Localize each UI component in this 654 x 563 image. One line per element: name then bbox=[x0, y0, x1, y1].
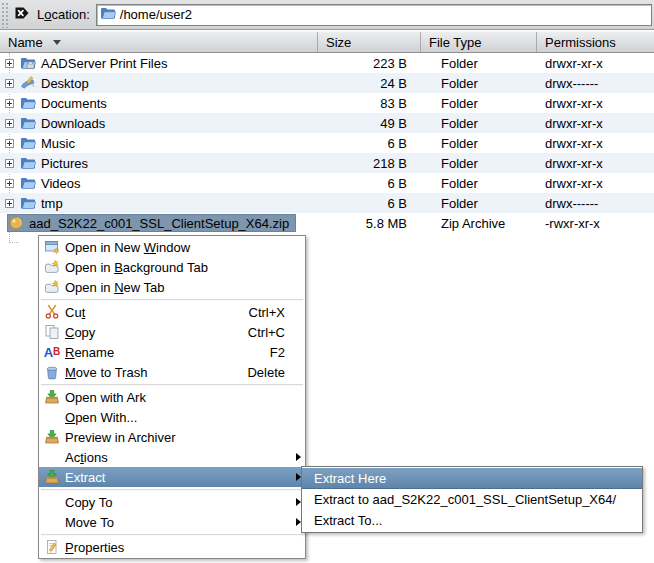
column-header-name[interactable]: Name bbox=[0, 32, 318, 52]
file-size: 24 B bbox=[318, 76, 421, 91]
table-row[interactable]: AADServer Print Files 223 B Folder drwxr… bbox=[0, 53, 654, 73]
sort-descending-icon bbox=[53, 40, 61, 45]
menu-item-preview-in-archiver[interactable]: Preview in Archiver bbox=[39, 427, 305, 447]
table-row[interactable]: Pictures 218 B Folder drwxr-xr-x bbox=[0, 153, 654, 173]
table-row-selected[interactable]: aad_S2K22_c001_SSL_ClientSetup_X64.zip 5… bbox=[0, 213, 654, 233]
folder-print-icon bbox=[20, 55, 36, 71]
rename-icon: AB bbox=[42, 344, 62, 360]
expand-icon[interactable] bbox=[5, 79, 14, 88]
file-type: Folder bbox=[421, 96, 537, 111]
file-type: Folder bbox=[421, 196, 537, 211]
file-type: Folder bbox=[421, 156, 537, 171]
no-icon bbox=[42, 449, 62, 465]
table-row[interactable]: Downloads 49 B Folder drwxr-xr-x bbox=[0, 113, 654, 133]
table-row[interactable]: tmp 6 B Folder drwx------ bbox=[0, 193, 654, 213]
menu-item-actions[interactable]: Actions bbox=[39, 447, 305, 467]
tree-guide-stub bbox=[9, 242, 19, 243]
expand-icon[interactable] bbox=[5, 99, 14, 108]
column-header-size[interactable]: Size bbox=[318, 32, 421, 52]
file-type: Folder bbox=[421, 56, 537, 71]
column-header-row: Name Size File Type Permissions bbox=[0, 31, 654, 53]
shortcut-label: Ctrl+C bbox=[248, 325, 301, 340]
file-size: 223 B bbox=[318, 56, 421, 71]
shortcut-label: Ctrl+X bbox=[249, 305, 301, 320]
menu-item-extract[interactable]: Extract bbox=[39, 467, 305, 487]
menu-item-copy-to[interactable]: Copy To bbox=[39, 492, 305, 512]
shortcut-label: Delete bbox=[247, 365, 301, 380]
file-permissions: drwx------ bbox=[537, 76, 654, 91]
folder-icon bbox=[20, 135, 36, 151]
file-size: 218 B bbox=[318, 156, 421, 171]
expand-icon[interactable] bbox=[5, 139, 14, 148]
location-path[interactable]: /home/user2 bbox=[120, 7, 192, 22]
desktop-icon bbox=[20, 75, 36, 91]
menu-item-open-in-new-tab[interactable]: Open in New Tab bbox=[39, 277, 305, 297]
submenu-item-extract-to-folder[interactable]: Extract to aad_S2K22_c001_SSL_ClientSetu… bbox=[302, 489, 642, 510]
toolbar-grip-handle[interactable] bbox=[1, 2, 9, 28]
file-size: 6 B bbox=[318, 176, 421, 191]
file-permissions: drwxr-xr-x bbox=[537, 136, 654, 151]
trash-icon bbox=[42, 364, 62, 380]
column-header-permissions[interactable]: Permissions bbox=[537, 32, 654, 52]
folder-icon bbox=[20, 115, 36, 131]
file-name[interactable]: tmp bbox=[39, 196, 65, 211]
menu-item-open-with-ark[interactable]: Open with Ark bbox=[39, 387, 305, 407]
menu-item-open-in-new-window[interactable]: Open in New Window bbox=[39, 237, 305, 257]
properties-icon bbox=[42, 539, 62, 555]
file-size: 6 B bbox=[318, 196, 421, 211]
file-type: Folder bbox=[421, 136, 537, 151]
expand-icon[interactable] bbox=[5, 59, 14, 68]
file-size: 83 B bbox=[318, 96, 421, 111]
ark-icon bbox=[42, 389, 62, 405]
folder-icon bbox=[20, 175, 36, 191]
menu-item-cut[interactable]: Cut Ctrl+X bbox=[39, 302, 305, 322]
file-permissions: drwxr-xr-x bbox=[537, 96, 654, 111]
menu-item-properties[interactable]: Properties bbox=[39, 537, 305, 557]
menu-item-open-in-background-tab[interactable]: Open in Background Tab bbox=[39, 257, 305, 277]
file-name[interactable]: Documents bbox=[39, 96, 109, 111]
expand-icon[interactable] bbox=[5, 119, 14, 128]
menu-item-copy[interactable]: Copy Ctrl+C bbox=[39, 322, 305, 342]
file-manager-window: Location: /home/user2 Name Size File Typ… bbox=[0, 0, 654, 563]
file-permissions: drwxr-xr-x bbox=[537, 56, 654, 71]
file-size: 5.8 MB bbox=[318, 216, 421, 231]
folder-icon bbox=[20, 155, 36, 171]
file-name[interactable]: AADServer Print Files bbox=[39, 56, 169, 71]
no-icon bbox=[42, 514, 62, 530]
submenu-item-extract-to[interactable]: Extract To... bbox=[302, 510, 642, 531]
zip-archive-icon bbox=[8, 215, 24, 231]
table-row[interactable]: Music 6 B Folder drwxr-xr-x bbox=[0, 133, 654, 153]
menu-item-move-to-trash[interactable]: Move to Trash Delete bbox=[39, 362, 305, 382]
folder-icon bbox=[20, 95, 36, 111]
table-row[interactable]: Videos 6 B Folder drwxr-xr-x bbox=[0, 173, 654, 193]
file-name[interactable]: Desktop bbox=[39, 76, 91, 91]
column-header-file-type[interactable]: File Type bbox=[421, 32, 537, 52]
expand-icon[interactable] bbox=[5, 179, 14, 188]
table-row[interactable]: Documents 83 B Folder drwxr-xr-x bbox=[0, 93, 654, 113]
file-name[interactable]: Downloads bbox=[39, 116, 107, 131]
no-icon bbox=[42, 409, 62, 425]
file-permissions: drwxr-xr-x bbox=[537, 116, 654, 131]
file-permissions: drwxr-xr-x bbox=[537, 156, 654, 171]
menu-item-rename[interactable]: AB Rename F2 bbox=[39, 342, 305, 362]
file-permissions: -rwxr-xr-x bbox=[537, 216, 654, 231]
selected-file[interactable]: aad_S2K22_c001_SSL_ClientSetup_X64.zip bbox=[8, 215, 295, 231]
expand-icon[interactable] bbox=[5, 159, 14, 168]
file-type: Folder bbox=[421, 116, 537, 131]
menu-item-open-with[interactable]: Open With... bbox=[39, 407, 305, 427]
clear-location-icon bbox=[14, 5, 30, 24]
folder-icon bbox=[20, 195, 36, 211]
extract-submenu: Extract Here Extract to aad_S2K22_c001_S… bbox=[301, 466, 643, 533]
location-input[interactable]: /home/user2 bbox=[96, 4, 652, 26]
new-tab-icon bbox=[42, 279, 62, 295]
table-row[interactable]: Desktop 24 B Folder drwx------ bbox=[0, 73, 654, 93]
file-name[interactable]: Music bbox=[39, 136, 77, 151]
submenu-item-extract-here[interactable]: Extract Here bbox=[302, 468, 642, 489]
clear-location-button[interactable] bbox=[11, 4, 33, 26]
expand-icon[interactable] bbox=[5, 199, 14, 208]
file-type: Folder bbox=[421, 76, 537, 91]
file-name[interactable]: Pictures bbox=[39, 156, 90, 171]
file-name[interactable]: aad_S2K22_c001_SSL_ClientSetup_X64.zip bbox=[27, 216, 291, 231]
menu-item-move-to[interactable]: Move To bbox=[39, 512, 305, 532]
file-name[interactable]: Videos bbox=[39, 176, 83, 191]
